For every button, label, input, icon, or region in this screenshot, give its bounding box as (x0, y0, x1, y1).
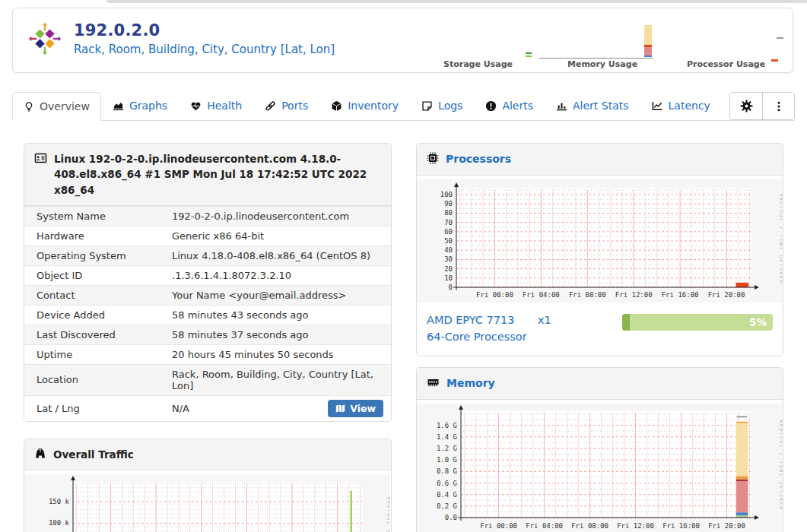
tab-label: Alert Stats (573, 100, 629, 112)
tab-alerts[interactable]: Alerts (474, 91, 545, 120)
svg-text:0.4 G: 0.4 G (437, 490, 457, 498)
svg-text:20: 20 (444, 265, 453, 273)
overall-traffic-graph[interactable]: 050 k100 k150 kRRDTOOL / TOBI OETIKER (24, 474, 391, 532)
processors-graph[interactable]: 0102030405060708090100Fri 00:00Fri 04:00… (417, 179, 783, 302)
device-action-group (729, 92, 795, 120)
svg-text:80: 80 (444, 209, 453, 217)
svg-text:1.2 G: 1.2 G (437, 445, 457, 452)
tab-graphs[interactable]: Graphs (101, 91, 179, 120)
device-settings-button[interactable] (730, 93, 762, 119)
table-row: HardwareGeneric x86 64-bit (24, 226, 391, 245)
svg-text:RRDTOOL / TOBI OETIKER: RRDTOOL / TOBI OETIKER (778, 420, 783, 510)
svg-text:0: 0 (449, 283, 453, 291)
cpu-usage-fill (622, 314, 630, 331)
memory-minigraph-bar (644, 25, 652, 57)
svg-text:Fri 04:00: Fri 04:00 (526, 522, 563, 530)
kebab-icon (773, 100, 785, 112)
svg-text:Fri 20:00: Fri 20:00 (708, 522, 745, 530)
table-row: System Name192-0-2-0.ip.linodeuserconten… (24, 206, 391, 226)
svg-text:100 k: 100 k (49, 519, 70, 527)
more-menu-button[interactable] (762, 93, 794, 119)
cpu-name-link[interactable]: 64-Core Processor (427, 329, 527, 346)
traffic-panel-header: Overall Traffic (24, 439, 391, 470)
centos-logo (27, 20, 62, 58)
memory-panel-title[interactable]: Memory (446, 375, 495, 391)
svg-text:Fri 00:00: Fri 00:00 (480, 522, 517, 530)
chart-area-icon (113, 100, 124, 112)
svg-text:40: 40 (444, 246, 453, 254)
tab-logs[interactable]: Logs (410, 91, 474, 120)
tab-label: Graphs (129, 100, 167, 112)
view-map-button[interactable]: View (328, 400, 383, 417)
memory-minigraph-cap (777, 37, 783, 39)
exclamation-circle-icon (485, 100, 497, 112)
bar-chart-icon (556, 100, 567, 112)
svg-text:90: 90 (444, 200, 453, 207)
system-info-table: System Name192-0-2-0.ip.linodeuserconten… (24, 206, 391, 421)
tab-inventory[interactable]: Inventory (319, 91, 410, 120)
sticky-note-icon (421, 100, 433, 112)
table-row: Object ID.1.3.6.1.4.1.8072.3.2.10 (24, 265, 391, 285)
svg-text:1.6 G: 1.6 G (437, 421, 457, 429)
gear-icon (740, 100, 753, 112)
link-icon (265, 100, 276, 112)
tab-label: Overview (40, 100, 90, 112)
cube-icon (331, 100, 342, 112)
tab-latency[interactable]: Latency (640, 91, 722, 120)
tab-overview[interactable]: Overview (12, 92, 101, 121)
system-title: Linux 192-0-2-0.ip.linodeusercontent.com… (54, 151, 381, 198)
table-row: Device Added58 minutes 43 seconds ago (24, 305, 391, 325)
memory-graph[interactable]: 0.00.2 G0.4 G0.6 G0.8 G1.0 G1.2 G1.4 G1.… (417, 404, 783, 532)
svg-text:Fri 04:00: Fri 04:00 (523, 291, 560, 299)
svg-text:Fri 12:00: Fri 12:00 (617, 522, 654, 530)
svg-text:70: 70 (444, 219, 453, 226)
storage-usage-label: Storage Usage (443, 59, 513, 69)
device-title: 192.0.2.0 (74, 21, 335, 40)
memory-panel-header: Memory (417, 368, 783, 400)
memory-usage-minigraph[interactable] (539, 58, 653, 59)
processors-panel-title[interactable]: Processors (446, 151, 511, 167)
table-row: Lat / Lng N/A View (24, 395, 391, 421)
cpu-name-link[interactable]: AMD EPYC 7713 (427, 312, 516, 329)
microchip-icon (427, 152, 439, 164)
svg-text:Fri 16:00: Fri 16:00 (662, 291, 699, 299)
table-row: LocationRack, Room, Building, City, Coun… (24, 364, 391, 395)
top-navbar-edge (106, 0, 807, 3)
svg-text:Fri 08:00: Fri 08:00 (571, 522, 608, 530)
svg-text:1.4 G: 1.4 G (437, 432, 457, 440)
table-row: Uptime20 hours 45 minutes 50 seconds (24, 344, 391, 364)
device-tabbar: Overview Graphs Health Ports Inventory L… (12, 91, 795, 121)
lightbulb-icon (24, 101, 34, 112)
svg-text:150 k: 150 k (49, 498, 70, 505)
traffic-panel: Overall Traffic 050 k100 k150 kRRDTOOL /… (24, 439, 392, 532)
cpu-count: x1 (538, 314, 551, 326)
svg-text:Fri 00:00: Fri 00:00 (476, 291, 513, 299)
system-panel: Linux 192-0-2-0.ip.linodeusercontent.com… (24, 143, 392, 422)
id-card-icon (34, 152, 47, 164)
processors-panel: Processors 0102030405060708090100Fri 00:… (416, 143, 783, 356)
device-location-link[interactable]: Rack, Room, Building, City, Country [Lat… (74, 43, 335, 56)
tab-alert-stats[interactable]: Alert Stats (545, 91, 640, 120)
svg-text:0.2 G: 0.2 G (437, 502, 457, 509)
tab-health[interactable]: Health (179, 91, 253, 120)
svg-text:50: 50 (444, 237, 453, 245)
tab-ports[interactable]: Ports (253, 91, 319, 120)
svg-text:0.8 G: 0.8 G (437, 467, 457, 475)
table-row: Last Discovered58 minutes 37 seconds ago (24, 325, 391, 344)
svg-text:10: 10 (444, 274, 453, 282)
tab-label: Health (207, 100, 242, 112)
cpu-usage-bar: 5% (622, 314, 773, 331)
svg-text:1.0 G: 1.0 G (437, 456, 457, 464)
storage-usage-minigraph[interactable] (526, 52, 532, 59)
system-panel-header: Linux 192-0-2-0.ip.linodeusercontent.com… (24, 144, 391, 206)
svg-text:Fri 20:00: Fri 20:00 (708, 291, 745, 299)
table-row: Operating SystemLinux 4.18.0-408.el8.x86… (24, 245, 391, 265)
tab-label: Latency (669, 100, 710, 112)
processor-usage-minigraph[interactable] (771, 59, 778, 62)
tab-label: Inventory (348, 100, 399, 112)
binoculars-icon (34, 448, 46, 460)
overview-content: Linux 192-0-2-0.ip.linodeusercontent.com… (24, 143, 783, 532)
svg-text:100: 100 (440, 191, 453, 198)
cpu-usage-percent: 5% (749, 314, 767, 331)
traffic-panel-title: Overall Traffic (53, 447, 134, 462)
